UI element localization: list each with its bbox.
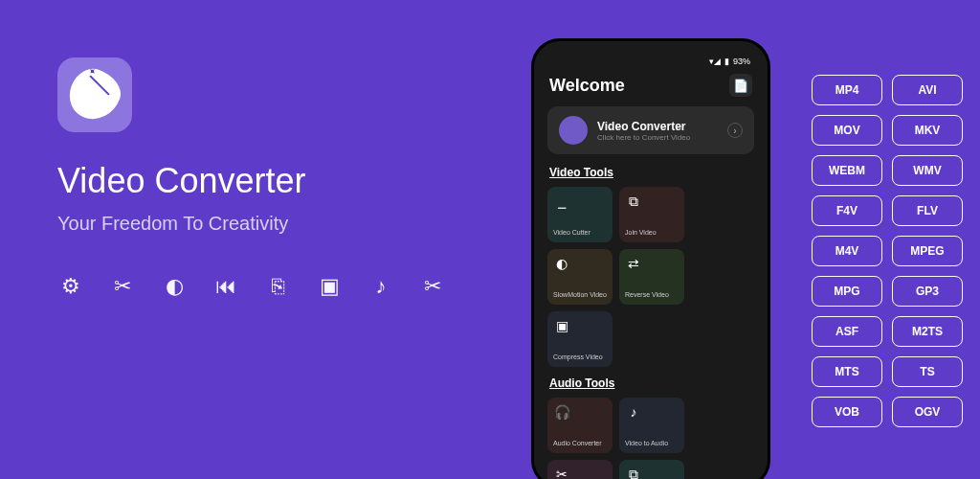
tool-icon: ♪	[625, 403, 642, 421]
tool-icon: ⧉	[625, 193, 642, 210]
battery-icon: ▮	[724, 57, 729, 66]
app-tagline: Your Freedom To Creativity	[57, 213, 517, 235]
tool-icon: 🎧	[553, 403, 570, 421]
feature-icon: ⚙	[57, 273, 84, 300]
tool-tile[interactable]: ✂ Cut Audio	[547, 460, 612, 479]
format-chip: M4V	[812, 236, 882, 266]
format-chip: GP3	[892, 276, 963, 307]
tool-tile[interactable]: ▣ Compress Video	[547, 311, 612, 367]
tool-label: Video Cutter	[553, 229, 607, 237]
tool-label: Compress Video	[553, 354, 607, 361]
feature-icon: ⎘	[264, 273, 291, 300]
format-chip: WEBM	[812, 155, 882, 186]
format-chip: MPG	[812, 276, 882, 307]
tool-tile[interactable]: ⧉ Join Video	[619, 187, 684, 242]
battery-percent: 93%	[733, 57, 750, 66]
tool-tile[interactable]: ◐ SlowMotion Video	[547, 249, 612, 305]
converter-subtitle: Click here to Convert Video	[597, 133, 718, 142]
tool-label: Video to Audio	[625, 440, 679, 447]
format-chip: FLV	[892, 195, 963, 226]
format-list: MP4MOVWEBMF4VM4VMPGASFMTSVOB AVIMKVWMVFL…	[812, 75, 963, 427]
tool-tile[interactable]: 🎧 Audio Converter	[547, 398, 612, 453]
tool-tile[interactable]: ⎯ Video Cutter	[547, 187, 612, 242]
format-chip: M2TS	[892, 316, 963, 347]
app-title: Video Converter	[57, 161, 517, 201]
converter-title: Video Converter	[597, 120, 718, 133]
converter-icon	[559, 116, 588, 145]
tool-label: Audio Converter	[553, 440, 607, 447]
chevron-right-icon: ›	[727, 123, 743, 138]
tool-icon: ▣	[553, 317, 570, 334]
format-chip: OGV	[892, 397, 963, 427]
feature-icon: ▣	[316, 273, 343, 300]
format-chip: F4V	[812, 195, 882, 226]
files-icon[interactable]: 📄	[729, 74, 752, 97]
tool-icon: ◐	[553, 255, 570, 272]
tool-label: Reverse Video	[625, 291, 679, 299]
tool-tile[interactable]: ⧉ Join Audio	[619, 460, 684, 479]
app-icon	[57, 57, 132, 132]
tool-icon: ✂	[553, 466, 570, 479]
tool-icon: ⇄	[625, 255, 642, 272]
tool-icon: ⎯	[553, 193, 570, 210]
tool-label: Join Video	[625, 229, 679, 237]
tool-tile[interactable]: ⇄ Reverse Video	[619, 249, 684, 305]
tool-label: SlowMotion Video	[553, 291, 607, 299]
welcome-heading: Welcome	[549, 76, 625, 96]
format-chip: MOV	[812, 115, 882, 146]
feature-icon: ◐	[161, 273, 188, 300]
converter-card[interactable]: Video Converter Click here to Convert Vi…	[547, 106, 754, 154]
signal-icon: ▾◢	[709, 57, 721, 66]
format-chip: WMV	[892, 155, 963, 186]
phone-mockup: ▾◢ ▮ 93% Welcome 📄 Video Converter Click…	[531, 38, 770, 479]
audio-tools-heading: Audio Tools	[549, 376, 752, 390]
feature-icon: ⏮	[212, 273, 239, 300]
format-chip: TS	[892, 356, 963, 387]
format-chip: MPEG	[892, 236, 963, 266]
format-chip: AVI	[892, 75, 963, 105]
video-tools-heading: Video Tools	[549, 166, 752, 179]
format-chip: MKV	[892, 115, 963, 146]
feature-icon-row: ⚙✂◐⏮⎘▣♪✂	[57, 273, 517, 300]
feature-icon: ♪	[368, 273, 394, 300]
status-bar: ▾◢ ▮ 93%	[547, 55, 754, 68]
tool-tile[interactable]: ♪ Video to Audio	[619, 398, 684, 453]
feature-icon: ✂	[109, 273, 136, 300]
format-chip: MP4	[812, 75, 882, 105]
format-chip: ASF	[812, 316, 882, 347]
feature-icon: ✂	[419, 273, 446, 300]
tool-icon: ⧉	[625, 466, 642, 479]
format-chip: MTS	[812, 356, 882, 387]
format-chip: VOB	[812, 397, 882, 427]
